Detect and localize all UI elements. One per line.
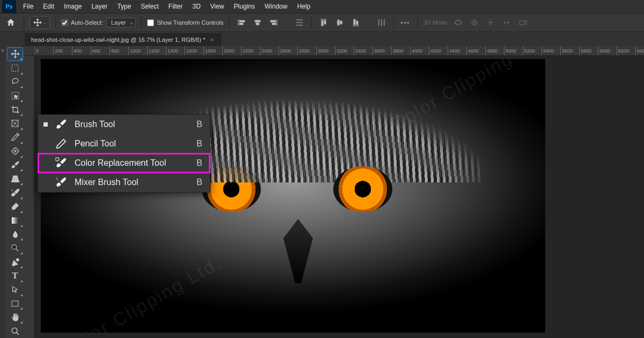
flyout-pencil-tool[interactable]: Pencil Tool B xyxy=(38,134,210,153)
ruler-tick: 3800 xyxy=(391,46,410,55)
svg-rect-3 xyxy=(519,21,524,25)
more-options-icon[interactable]: ••• xyxy=(399,17,412,28)
3d-orbit-icon[interactable] xyxy=(452,17,465,28)
current-tool-indicator xyxy=(43,161,48,165)
blur-tool[interactable] xyxy=(7,227,23,241)
3d-slide-icon[interactable] xyxy=(500,17,513,28)
menu-image[interactable]: Image xyxy=(59,0,86,13)
menu-view[interactable]: View xyxy=(206,0,229,13)
menu-file[interactable]: File xyxy=(18,0,38,13)
home-button[interactable] xyxy=(3,16,18,29)
crop-tool[interactable] xyxy=(7,102,23,116)
align-top-icon[interactable] xyxy=(317,17,330,28)
auto-select-checkbox[interactable]: Auto-Select: xyxy=(61,19,103,26)
3d-roll-icon[interactable] xyxy=(468,17,481,28)
flyout-brush-tool[interactable]: Brush Tool B xyxy=(38,115,210,134)
expand-panels-icon[interactable]: » xyxy=(0,46,5,338)
document-tab[interactable]: head-shot-close-up-wild-owl-night.jpg @ … xyxy=(25,32,221,46)
ruler-tick: 2000 xyxy=(222,46,241,55)
divider xyxy=(393,17,394,28)
auto-select-target[interactable]: Layer xyxy=(106,18,136,27)
flyout-color-replacement-tool[interactable]: Color Replacement Tool B xyxy=(38,153,210,173)
brush-tool[interactable] xyxy=(7,158,23,172)
document-tab-row: head-shot-close-up-wild-owl-night.jpg @ … xyxy=(0,32,644,46)
gradient-tool[interactable] xyxy=(7,214,23,227)
owl-image xyxy=(41,59,545,333)
dodge-tool[interactable] xyxy=(7,241,23,255)
divider xyxy=(229,17,230,28)
flyout-item-shortcut: B xyxy=(196,158,202,168)
ruler-tick: 2800 xyxy=(297,46,316,55)
path-selection-tool[interactable] xyxy=(7,283,23,297)
vertical-ruler[interactable] xyxy=(25,56,34,338)
ruler-tick: 4800 xyxy=(485,46,504,55)
flyout-item-shortcut: B xyxy=(196,139,202,149)
ruler-tick: 2600 xyxy=(279,46,297,55)
3d-pan-icon[interactable] xyxy=(484,17,497,28)
brush-icon xyxy=(54,119,68,130)
current-tool-indicator xyxy=(43,142,48,146)
menu-plugins[interactable]: Plugins xyxy=(229,0,260,13)
show-transform-checkbox[interactable]: Show Transform Controls xyxy=(147,19,223,26)
menu-window[interactable]: Window xyxy=(260,0,292,13)
menu-bar: Ps File Edit Image Layer Type Select Fil… xyxy=(0,0,644,13)
align-hcenter-icon[interactable] xyxy=(251,17,264,28)
ruler-tick: 0 xyxy=(34,46,53,55)
menu-3d[interactable]: 3D xyxy=(187,0,205,13)
menu-filter[interactable]: Filter xyxy=(164,0,188,13)
auto-select-label: Auto-Select: xyxy=(71,19,103,26)
ruler-tick: 6200 xyxy=(617,46,635,55)
flyout-mixer-brush-tool[interactable]: Mixer Brush Tool B xyxy=(38,173,210,192)
marquee-tool[interactable] xyxy=(7,61,23,75)
object-selection-tool[interactable] xyxy=(7,89,23,102)
options-bar: ⌵ Auto-Select: Layer Show Transform Cont… xyxy=(0,13,644,32)
document-canvas[interactable]: Color Clipping Ltd. Color Clipping Ltd. xyxy=(41,59,545,333)
ruler-tick: 4200 xyxy=(429,46,448,55)
ruler-tick: 600 xyxy=(91,46,109,55)
3d-camera-icon[interactable] xyxy=(516,17,529,28)
tool-preset-button[interactable]: ⌵ xyxy=(30,16,50,29)
ruler-tick: 400 xyxy=(72,46,91,55)
lasso-tool[interactable] xyxy=(7,75,23,89)
distribute-v-icon[interactable] xyxy=(375,17,388,28)
ruler-tick: 5000 xyxy=(504,46,523,55)
zoom-tool[interactable] xyxy=(7,324,23,338)
hand-tool[interactable] xyxy=(7,310,23,324)
ruler-tick: 5200 xyxy=(523,46,541,55)
menu-type[interactable]: Type xyxy=(112,0,136,13)
align-left-icon[interactable] xyxy=(235,17,248,28)
document-tab-title: head-shot-close-up-wild-owl-night.jpg @ … xyxy=(31,36,205,43)
ruler-tick: 6000 xyxy=(598,46,617,55)
eraser-tool[interactable] xyxy=(7,200,23,214)
brush-tool-flyout: Brush Tool B Pencil Tool B Color Replace… xyxy=(38,114,210,193)
app-badge: Ps xyxy=(2,0,16,13)
eyedropper-tool[interactable] xyxy=(7,130,23,144)
svg-point-11 xyxy=(12,328,17,333)
menu-help[interactable]: Help xyxy=(292,0,316,13)
distribute-icon[interactable] xyxy=(293,17,306,28)
align-bottom-icon[interactable] xyxy=(349,17,362,28)
flyout-item-label: Mixer Brush Tool xyxy=(75,178,190,187)
align-right-icon[interactable] xyxy=(267,17,280,28)
move-tool[interactable] xyxy=(7,47,23,61)
type-tool[interactable]: T xyxy=(7,269,23,283)
rectangle-tool[interactable] xyxy=(7,297,23,311)
align-vcenter-icon[interactable] xyxy=(333,17,346,28)
color-replacement-icon xyxy=(54,157,68,169)
svg-rect-12 xyxy=(56,158,59,161)
ruler-tick: 800 xyxy=(109,46,128,55)
flyout-item-label: Brush Tool xyxy=(75,120,190,129)
spot-healing-tool[interactable] xyxy=(7,144,23,158)
menu-layer[interactable]: Layer xyxy=(86,0,112,13)
clone-stamp-tool[interactable] xyxy=(7,172,23,186)
divider xyxy=(141,17,142,28)
horizontal-ruler[interactable]: 0200400600800100012001400160018002000220… xyxy=(34,46,644,56)
pen-tool[interactable] xyxy=(7,255,23,269)
ruler-tick: 1200 xyxy=(147,46,166,55)
close-tab-icon[interactable]: × xyxy=(210,36,214,43)
menu-edit[interactable]: Edit xyxy=(38,0,59,13)
menu-select[interactable]: Select xyxy=(136,0,163,13)
history-brush-tool[interactable] xyxy=(7,186,23,200)
divider xyxy=(311,17,312,28)
frame-tool[interactable] xyxy=(7,116,23,130)
